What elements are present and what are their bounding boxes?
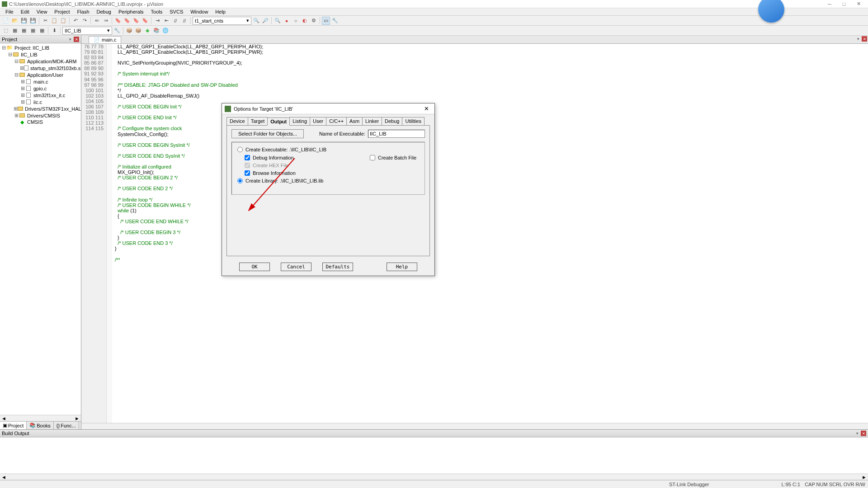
find-files-icon[interactable]: 🔎 — [261, 17, 269, 25]
tree-file[interactable]: main.c — [33, 79, 49, 84]
select-folder-button[interactable]: Select Folder for Objects... — [231, 129, 304, 138]
menu-flash[interactable]: Flash — [74, 9, 93, 15]
menu-help[interactable]: Help — [212, 9, 229, 15]
ptab-books[interactable]: 📚 Books — [27, 422, 54, 429]
wrench-icon[interactable]: 🔧 — [331, 17, 339, 25]
nav-fwd-icon[interactable]: ⇒ — [102, 17, 110, 25]
save-icon[interactable]: 💾 — [20, 17, 28, 25]
options-icon[interactable]: 🔧 — [113, 27, 121, 35]
translate-icon[interactable]: ⬚ — [2, 27, 10, 35]
tree-group[interactable]: Application/MDK-ARM — [26, 59, 77, 64]
tree-file[interactable]: startup_stm32f103xb.s — [29, 66, 81, 71]
bookmark-prev-icon[interactable]: 🔖 — [123, 17, 131, 25]
manage-icon[interactable]: 📦 — [125, 27, 133, 35]
build-pin-icon[interactable]: ▾ — [854, 431, 860, 436]
paste-icon[interactable]: 📋 — [59, 17, 67, 25]
project-scrollbar[interactable]: ◄► — [0, 415, 81, 421]
undo-icon[interactable]: ↶ — [71, 17, 80, 25]
download-icon[interactable]: ⬇ — [50, 27, 58, 35]
tree-root[interactable]: Project: IIC_LIB — [14, 45, 50, 51]
tab-debug[interactable]: Debug — [382, 117, 402, 125]
close-button[interactable]: ✕ — [855, 1, 862, 7]
open-icon[interactable]: 📂 — [11, 17, 19, 25]
cut-icon[interactable]: ✂ — [41, 17, 49, 25]
tab-user[interactable]: User — [310, 117, 326, 125]
stop-build-icon[interactable]: ▦ — [38, 27, 46, 35]
copy-icon[interactable]: 📋 — [50, 17, 58, 25]
help-button[interactable]: Help — [387, 263, 417, 271]
batch-build-icon[interactable]: ▦ — [29, 27, 37, 35]
menu-project[interactable]: Project — [51, 9, 73, 15]
zoom-icon[interactable]: 🔍 — [274, 17, 282, 25]
uncomment-icon[interactable]: // — [180, 17, 189, 25]
rte-icon[interactable]: ◆ — [143, 27, 151, 35]
tab-target[interactable]: Target — [248, 117, 268, 125]
tree-file[interactable]: iic.c — [33, 99, 43, 105]
exec-name-input[interactable] — [368, 130, 425, 138]
bookmark-icon[interactable]: 🔖 — [114, 17, 122, 25]
build-icon[interactable]: ▦ — [11, 27, 19, 35]
config-icon[interactable]: ⚙ — [310, 17, 318, 25]
menu-file[interactable]: File — [2, 9, 17, 15]
debug-start-icon[interactable]: ● — [283, 17, 291, 25]
build-scrollbar[interactable]: ◄► — [0, 474, 868, 480]
editor-dropdown-icon[interactable]: ▾ — [855, 36, 861, 42]
tab-listing[interactable]: Listing — [289, 117, 310, 125]
tree-group[interactable]: Drivers/CMSIS — [26, 113, 61, 118]
editor-tab-main[interactable]: 📄main.c — [89, 36, 121, 43]
dialog-close-button[interactable]: ✕ — [421, 105, 432, 113]
cancel-button[interactable]: Cancel — [281, 263, 311, 271]
menu-view[interactable]: View — [33, 9, 51, 15]
ok-button[interactable]: OK — [239, 263, 270, 271]
tab-device[interactable]: Device — [226, 117, 248, 125]
tree-group[interactable]: Application/User — [26, 72, 64, 78]
minimize-button[interactable]: ─ — [826, 1, 833, 7]
tree-target[interactable]: IIC_LIB — [20, 52, 38, 57]
ptab-project[interactable]: ▣ Project — [0, 422, 27, 429]
tab-output[interactable]: Output — [267, 117, 290, 126]
tree-file[interactable]: gpio.c — [33, 86, 47, 91]
target-combo[interactable]: IIC_LIB▾ — [62, 27, 112, 35]
nav-back-icon[interactable]: ⇐ — [93, 17, 101, 25]
menu-peripherals[interactable]: Peripherals — [115, 9, 147, 15]
ptab-functions[interactable]: {} Func... — [54, 422, 79, 429]
find-combo[interactable]: t1_start_cnts▾ — [193, 17, 251, 25]
tab-cpp[interactable]: C/C++ — [326, 117, 347, 125]
menu-svcs[interactable]: SVCS — [166, 9, 187, 15]
debug-info-checkbox[interactable] — [245, 155, 250, 160]
editor-scrollbar-h[interactable] — [81, 423, 868, 429]
maximize-button[interactable]: □ — [841, 1, 847, 7]
tab-asm[interactable]: Asm — [346, 117, 363, 125]
build-output-body[interactable] — [0, 437, 868, 474]
bookmark-clear-icon[interactable]: 🔖 — [141, 17, 149, 25]
browse-info-checkbox[interactable] — [245, 170, 250, 176]
tab-utilities[interactable]: Utilities — [402, 117, 424, 125]
breakpoint-icon[interactable]: ◐ — [301, 17, 309, 25]
tree-group[interactable]: CMSIS — [26, 119, 44, 125]
dialog-titlebar[interactable]: Options for Target 'IIC_LIB' ✕ — [222, 103, 434, 114]
indent-icon[interactable]: ⇥ — [153, 17, 161, 25]
new-icon[interactable]: 📄 — [2, 17, 10, 25]
tab-linker[interactable]: Linker — [362, 117, 382, 125]
outdent-icon[interactable]: ⇤ — [162, 17, 170, 25]
fold-column[interactable] — [107, 44, 112, 423]
web-icon[interactable]: 🌐 — [161, 27, 170, 35]
tree-file[interactable]: stm32f1xx_it.c — [33, 93, 66, 98]
defaults-button[interactable]: Defaults — [322, 263, 353, 271]
save-all-icon[interactable]: 💾 — [29, 17, 37, 25]
batch-file-checkbox[interactable] — [370, 155, 375, 160]
build-close-icon[interactable]: ✕ — [861, 431, 866, 436]
bookmark-next-icon[interactable]: 🔖 — [132, 17, 140, 25]
panel-pin-icon[interactable]: ▾ — [67, 37, 73, 42]
panel-close-icon[interactable]: ✕ — [74, 37, 79, 42]
tree-group[interactable]: Drivers/STM32F1xx_HAL_Driv — [24, 106, 81, 112]
menu-debug[interactable]: Debug — [93, 9, 115, 15]
pack-installer-icon[interactable]: 📦 — [134, 27, 142, 35]
find-icon[interactable]: 🔍 — [252, 17, 260, 25]
books-icon[interactable]: 📚 — [152, 27, 160, 35]
menu-window[interactable]: Window — [187, 9, 212, 15]
rebuild-icon[interactable]: ▦ — [20, 27, 28, 35]
editor-close-icon[interactable]: ✕ — [862, 36, 867, 42]
menu-edit[interactable]: Edit — [17, 9, 33, 15]
editor-body[interactable]: 76 77 78 79 80 81 82 83 84 85 86 87 88 8… — [81, 44, 868, 423]
